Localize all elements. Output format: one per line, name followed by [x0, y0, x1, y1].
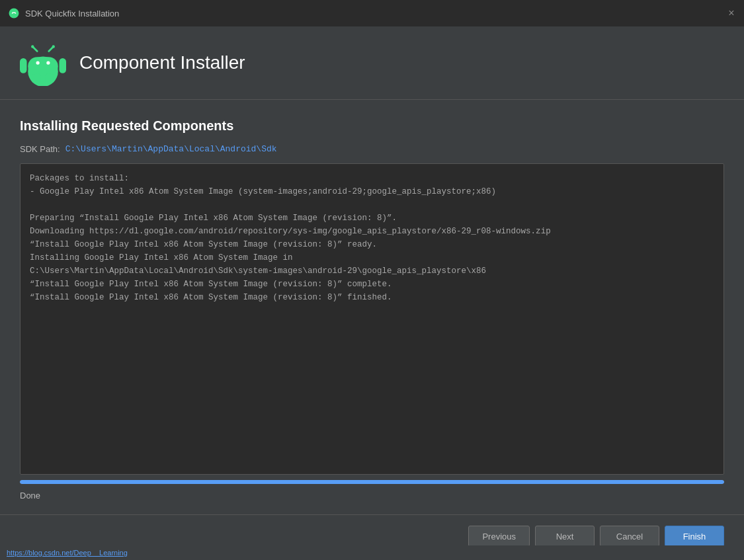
svg-point-2 [15, 12, 16, 13]
android-title-icon [8, 7, 20, 19]
sdk-path-value: C:\Users\Martin\AppData\Local\Android\Sd… [65, 144, 277, 154]
log-output[interactable]: Packages to install: - Google Play Intel… [20, 163, 724, 475]
status-text: Done [20, 491, 40, 500]
android-logo [20, 40, 66, 86]
svg-point-1 [12, 12, 13, 13]
svg-point-5 [36, 61, 40, 64]
next-button[interactable]: Next [535, 526, 595, 547]
header-area: Component Installer [0, 26, 744, 100]
svg-rect-11 [20, 58, 27, 73]
finish-button[interactable]: Finish [665, 526, 724, 547]
sdk-path-label: SDK Path: [20, 144, 60, 154]
sdk-path-row: SDK Path: C:\Users\Martin\AppData\Local\… [20, 144, 724, 154]
content-area: Installing Requested Components SDK Path… [0, 100, 744, 514]
svg-point-6 [46, 61, 50, 64]
progress-fill [20, 480, 724, 484]
title-bar: SDK Quickfix Installation × [0, 0, 744, 26]
tooltip-bar: https://blog.csdn.net/Deep__Learning [0, 545, 744, 560]
close-button[interactable]: × [727, 9, 736, 18]
svg-point-0 [9, 9, 19, 19]
title-bar-text: SDK Quickfix Installation [25, 9, 119, 19]
tooltip-url: https://blog.csdn.net/Deep__Learning [7, 549, 128, 557]
section-title: Installing Requested Components [20, 118, 724, 134]
progress-track [20, 480, 724, 484]
svg-rect-12 [60, 58, 67, 73]
svg-point-10 [52, 45, 55, 48]
progress-area: Done [20, 480, 724, 501]
svg-point-9 [31, 45, 34, 48]
svg-rect-13 [34, 73, 41, 84]
title-bar-left: SDK Quickfix Installation [8, 7, 119, 19]
svg-rect-14 [46, 73, 53, 84]
previous-button[interactable]: Previous [468, 526, 530, 547]
main-window: SDK Quickfix Installation × Component In… [0, 0, 744, 560]
cancel-button[interactable]: Cancel [600, 526, 659, 547]
header-title: Component Installer [79, 52, 245, 73]
svg-rect-4 [28, 57, 58, 75]
